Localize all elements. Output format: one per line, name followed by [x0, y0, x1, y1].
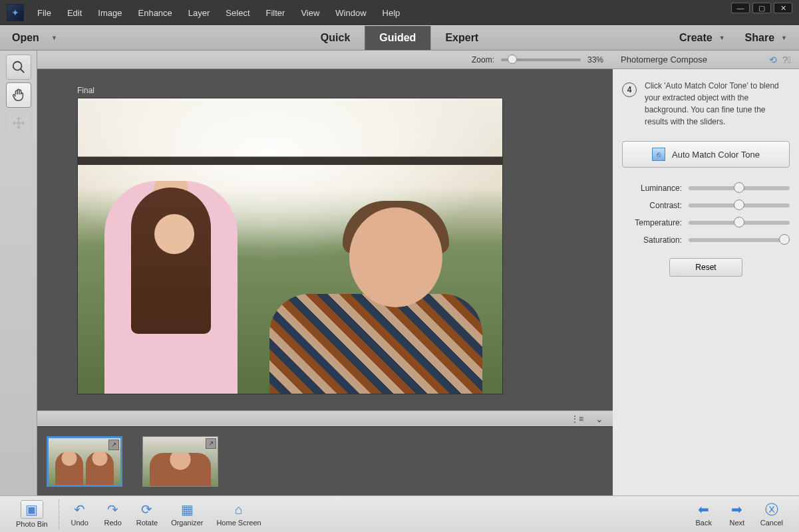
menu-view[interactable]: View: [293, 5, 327, 21]
main-menu: File Edit Image Enhance Layer Select Fil…: [29, 5, 408, 21]
cancel-button[interactable]: ⓧ Cancel: [754, 499, 790, 529]
back-button[interactable]: ⬅ Back: [687, 499, 720, 529]
tab-quick[interactable]: Quick: [306, 26, 365, 50]
redo-icon: ↷: [104, 501, 122, 517]
organizer-button[interactable]: ▦ Organizer: [164, 499, 210, 529]
photo-bin: [37, 426, 613, 495]
right-panel: Photomerge Compose ⟲ ?⃝ 4 Click 'Auto Ma…: [613, 51, 799, 495]
close-button[interactable]: ✕: [774, 3, 792, 13]
back-icon: ⬅: [695, 501, 713, 517]
auto-match-icon: ⎋: [652, 148, 665, 161]
create-button[interactable]: Create ▼: [679, 32, 725, 44]
expand-icon[interactable]: ⌄: [595, 414, 603, 424]
zoom-slider[interactable]: [501, 59, 581, 61]
zoom-slider-thumb[interactable]: [508, 55, 517, 64]
rotate-icon: ⟳: [138, 501, 156, 517]
mode-header: Open ▼ Quick Guided Expert Create ▼ Shar…: [0, 25, 799, 51]
auto-match-color-tone-button[interactable]: ⎋ Auto Match Color Tone: [622, 141, 790, 168]
zoom-tool[interactable]: [6, 55, 31, 80]
tab-guided[interactable]: Guided: [365, 26, 430, 50]
next-icon: ➡: [728, 501, 746, 517]
help-icon[interactable]: ?⃝: [782, 55, 791, 65]
menu-filter[interactable]: Filter: [258, 5, 293, 21]
temperature-slider[interactable]: [689, 221, 790, 225]
bottom-toolbar: ▣ Photo Bin ↶ Undo ↷ Redo ⟳ Rotate ▦ Org…: [0, 495, 799, 532]
panel-title: Photomerge Compose: [621, 55, 707, 65]
main-area: Zoom: 33% Final ⋮≡ ⌄: [0, 51, 799, 495]
canvas-label: Final: [77, 86, 573, 95]
step-text: Click 'Auto Match Color Tone' to blend y…: [645, 80, 790, 128]
slider-saturation: Saturation:: [622, 235, 790, 245]
maximize-button[interactable]: ▢: [752, 3, 771, 13]
menu-edit[interactable]: Edit: [59, 5, 90, 21]
share-button[interactable]: Share ▼: [745, 32, 787, 44]
organizer-icon: ▦: [178, 501, 196, 517]
menu-file[interactable]: File: [29, 5, 59, 21]
next-button[interactable]: ➡ Next: [720, 499, 754, 529]
svg-line-1: [20, 69, 24, 73]
menu-help[interactable]: Help: [375, 5, 408, 21]
slider-thumb[interactable]: [734, 200, 744, 210]
cancel-icon: ⓧ: [762, 501, 781, 517]
menu-image[interactable]: Image: [90, 5, 130, 21]
window-controls: — ▢ ✕: [731, 3, 792, 13]
saturation-slider[interactable]: [689, 238, 790, 242]
reset-button[interactable]: Reset: [669, 258, 742, 277]
panel-body: 4 Click 'Auto Match Color Tone' to blend…: [613, 69, 799, 495]
separator: [59, 499, 59, 529]
slider-thumb[interactable]: [734, 217, 744, 227]
chevron-down-icon: ▼: [719, 35, 725, 41]
canvas-viewport[interactable]: Final: [37, 69, 613, 410]
slider-contrast: Contrast:: [622, 201, 790, 210]
slider-luminance: Luminance:: [622, 184, 790, 193]
slider-thumb[interactable]: [779, 234, 790, 245]
chevron-down-icon: ▼: [781, 35, 787, 41]
zoom-bar: Zoom: 33%: [37, 51, 613, 69]
step-number: 4: [622, 82, 637, 97]
photo-bin-button[interactable]: ▣ Photo Bin: [9, 497, 55, 531]
zoom-label: Zoom:: [472, 55, 494, 65]
tool-column: [0, 51, 37, 495]
luminance-slider[interactable]: [689, 186, 790, 190]
list-view-icon[interactable]: ⋮≡: [571, 414, 583, 424]
photo-bin-icon: ▣: [21, 500, 43, 519]
redo-button[interactable]: ↷ Redo: [96, 499, 130, 529]
contrast-slider[interactable]: [689, 203, 790, 207]
header-right-actions: Create ▼ Share ▼: [679, 32, 787, 44]
menu-layer[interactable]: Layer: [180, 5, 218, 21]
slider-thumb[interactable]: [734, 182, 744, 193]
reset-icon[interactable]: ⟲: [769, 55, 777, 65]
rotate-button[interactable]: ⟳ Rotate: [130, 499, 164, 529]
app-icon: ✦: [7, 4, 24, 21]
open-button[interactable]: Open ▼: [12, 32, 57, 44]
menu-window[interactable]: Window: [327, 5, 374, 21]
tab-expert[interactable]: Expert: [430, 26, 493, 50]
menu-select[interactable]: Select: [218, 5, 257, 21]
zoom-value: 33%: [587, 55, 603, 65]
menu-enhance[interactable]: Enhance: [130, 5, 180, 21]
photo-bin-thumb-1[interactable]: [47, 436, 122, 487]
undo-button[interactable]: ↶ Undo: [63, 499, 96, 529]
hand-tool[interactable]: [6, 82, 31, 108]
mode-tabs: Quick Guided Expert: [306, 26, 493, 50]
panel-header: Photomerge Compose ⟲ ?⃝: [613, 51, 799, 69]
canvas-image[interactable]: [77, 98, 503, 394]
undo-icon: ↶: [71, 501, 89, 517]
svg-point-0: [13, 62, 21, 70]
move-tool: [6, 110, 31, 136]
photo-bin-thumb-2[interactable]: [142, 436, 218, 487]
slider-temperature: Temperature:: [622, 218, 790, 227]
titlebar: ✦ File Edit Image Enhance Layer Select F…: [0, 0, 799, 25]
minimize-button[interactable]: —: [731, 3, 750, 13]
open-label: Open: [12, 32, 39, 44]
step-row: 4 Click 'Auto Match Color Tone' to blend…: [622, 80, 790, 128]
chevron-down-icon: ▼: [51, 35, 57, 41]
canvas-area: Zoom: 33% Final ⋮≡ ⌄: [37, 51, 613, 495]
canvas-statusbar: ⋮≡ ⌄: [37, 410, 613, 426]
home-icon: ⌂: [230, 501, 248, 517]
home-screen-button[interactable]: ⌂ Home Screen: [210, 499, 267, 529]
